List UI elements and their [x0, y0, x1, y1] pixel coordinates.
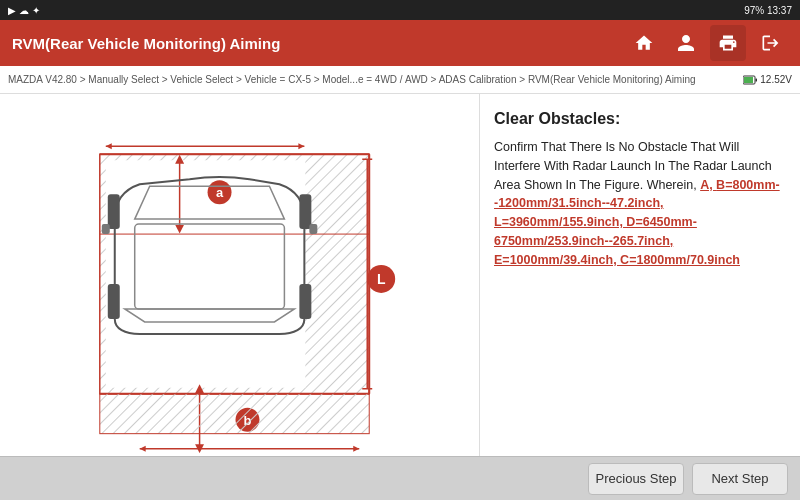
svg-rect-27 [309, 224, 317, 234]
print-button[interactable] [710, 25, 746, 61]
svg-rect-22 [108, 194, 120, 229]
battery-status: 97% 13:37 [744, 5, 792, 16]
vehicle-diagram: a b L [0, 94, 479, 456]
svg-rect-24 [108, 284, 120, 319]
home-button[interactable] [626, 25, 662, 61]
svg-rect-25 [299, 284, 311, 319]
diagram-panel: a b L [0, 94, 480, 456]
svg-rect-6 [106, 160, 306, 388]
status-bar: ▶ ☁ ✦ 97% 13:37 [0, 0, 800, 20]
status-right: 97% 13:37 [744, 5, 792, 16]
svg-text:a: a [216, 185, 224, 200]
svg-rect-32 [100, 394, 369, 434]
svg-text:L: L [377, 271, 386, 287]
previous-step-button[interactable]: Precious Step [588, 463, 684, 495]
footer: Precious Step Next Step [0, 456, 800, 500]
header-title: RVM(Rear Vehicle Monitoring) Aiming [12, 35, 280, 52]
battery-info: 12.52V [743, 74, 792, 85]
breadcrumb: MAZDA V42.80 > Manually Select > Vehicle… [0, 66, 800, 94]
text-panel: Clear Obstacles: Confirm That There Is N… [480, 94, 800, 456]
svg-rect-1 [756, 78, 758, 81]
svg-rect-2 [744, 77, 753, 83]
svg-rect-26 [102, 224, 110, 234]
header-icons [626, 25, 788, 61]
user-button[interactable] [668, 25, 704, 61]
app-icons: ▶ ☁ ✦ [8, 5, 40, 16]
status-left: ▶ ☁ ✦ [8, 5, 40, 16]
exit-button[interactable] [752, 25, 788, 61]
svg-rect-23 [299, 194, 311, 229]
breadcrumb-text: MAZDA V42.80 > Manually Select > Vehicle… [8, 74, 696, 85]
main-content: a b L [0, 94, 800, 456]
battery-voltage: 12.52V [760, 74, 792, 85]
header: RVM(Rear Vehicle Monitoring) Aiming [0, 20, 800, 66]
highlight-a: A, [700, 178, 716, 192]
panel-body: Confirm That There Is No Obstacle That W… [494, 138, 786, 269]
next-step-button[interactable]: Next Step [692, 463, 788, 495]
panel-title: Clear Obstacles: [494, 110, 786, 128]
